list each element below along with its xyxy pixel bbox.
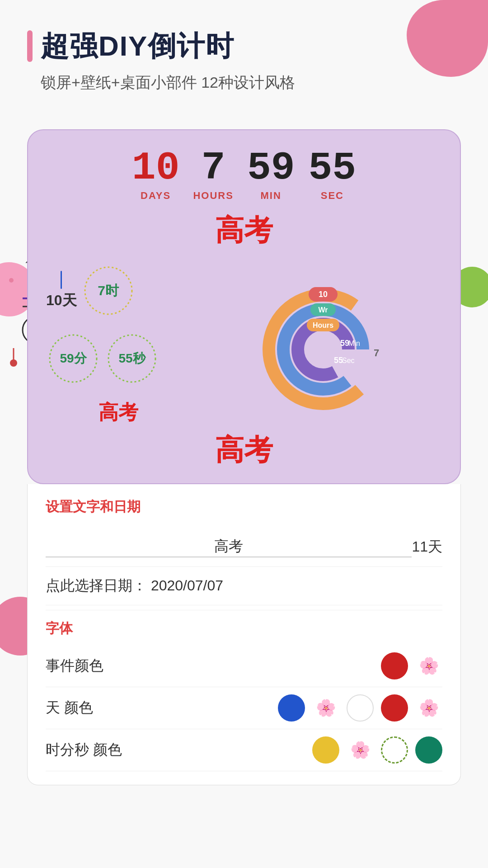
hours-number: 7 [202,148,225,188]
event-name-input[interactable] [46,536,412,557]
days-color-white[interactable] [347,694,374,722]
days-color-row: 天 颜色 🌸 🌸 [46,687,442,729]
days-color-label: 天 颜色 [46,698,118,718]
main-card: 10 DAYS 7 HOURS 59 MIN 55 SEC 高考 10天 [27,129,461,484]
date-label: 点此选择日期： 2020/07/07 [46,576,223,596]
timer-min: 59 MIN [247,148,295,202]
days-count-value: 11天 [412,537,442,557]
days-color-red[interactable] [381,694,408,722]
app-subtitle: 锁屏+壁纸+桌面小部件 12种设计风格 [27,72,461,93]
hms-color-green[interactable] [415,736,442,764]
header-title-row: 超强DIY倒计时 [27,27,461,65]
timer-display: 10 DAYS 7 HOURS 59 MIN 55 SEC [46,148,442,202]
font-section-title: 字体 [46,619,442,638]
svg-text:Min: Min [348,340,360,347]
hms-color-yellow[interactable] [312,736,339,764]
timer-days: 10 DAYS [132,148,180,202]
hours-circular-widget: 7时 [81,264,136,318]
min-circular-widget: 59分 [46,331,100,386]
date-selector-row[interactable]: 点此选择日期： 2020/07/07 [46,567,442,605]
hms-color-pattern1[interactable]: 🌸 [347,736,374,764]
hms-color-row: 时分秒 颜色 🌸 [46,729,442,771]
min-number: 59 [247,148,295,188]
days-color-pattern2[interactable]: 🌸 [415,694,442,722]
svg-text:Sec: Sec [342,357,355,364]
event-color-row: 事件颜色 🌸 [46,645,442,687]
days-color-swatches: 🌸 🌸 [278,694,442,722]
event-name-row[interactable]: 11天 [46,527,442,567]
header: 超强DIY倒计时 锁屏+壁纸+桌面小部件 12种设计风格 [0,0,488,102]
svg-point-7 [10,359,17,367]
days-tick [61,271,62,289]
left-event-name: 高考 [46,399,191,426]
svg-point-9 [9,278,14,283]
min-label: MIN [261,190,282,202]
event-color-swatches: 🌸 [381,652,442,679]
settings-panel: 设置文字和日期 11天 点此选择日期： 2020/07/07 字体 事件颜色 🌸… [27,484,461,785]
svg-text:Hours: Hours [313,321,333,329]
left-widgets: 10天 7时 59分 [46,264,191,426]
sec-label: SEC [321,190,344,202]
right-donut-chart: 10 Wr Hours 59 Min 55 Sec 7 [204,277,442,413]
event-color-pattern[interactable]: 🌸 [415,652,442,679]
bottom-card-event-name: 高考 [46,430,442,470]
sec-circular-widget: 55秒 [105,331,159,386]
left-min-value: 59分 [60,350,86,367]
days-color-pattern1[interactable]: 🌸 [312,694,339,722]
left-days-value: 10天 [46,291,77,311]
days-color-blue[interactable] [278,694,305,722]
hms-color-label: 时分秒 颜色 [46,740,122,760]
timer-hours: 7 HOURS [193,148,233,202]
days-label: DAYS [141,190,171,202]
hms-color-swatches: 🌸 [312,736,442,764]
left-hours-value: 7时 [98,282,119,300]
settings-section-title: 设置文字和日期 [46,498,442,516]
widgets-row: 10天 7时 59分 [46,264,442,426]
event-color-label: 事件颜色 [46,656,118,676]
hms-color-lime-dashed[interactable] [381,736,408,764]
sec-number: 55 [309,148,357,188]
event-color-red[interactable] [381,652,408,679]
svg-text:10: 10 [319,290,328,299]
svg-text:7: 7 [374,347,379,359]
section-divider [46,610,442,610]
hours-label: HOURS [193,190,233,202]
header-accent-bar [27,30,33,62]
min-sec-row: 59分 55秒 [46,331,191,386]
app-title: 超强DIY倒计时 [41,27,235,65]
days-number: 10 [132,148,180,188]
timer-sec: 55 SEC [309,148,357,202]
svg-text:Wr: Wr [318,306,328,314]
svg-point-15 [298,324,348,375]
left-sec-value: 55秒 [118,350,145,367]
timer-event-name: 高考 [46,211,442,250]
